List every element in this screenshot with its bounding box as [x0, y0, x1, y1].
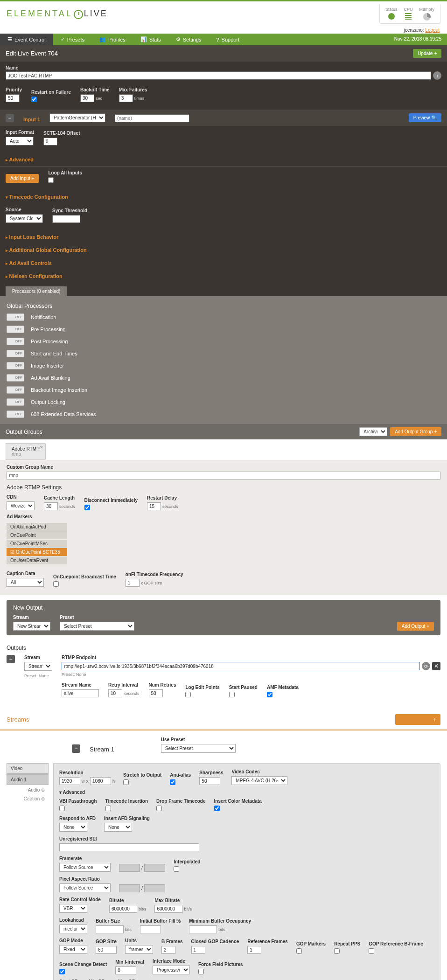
tab-support[interactable]: ? Support — [209, 34, 247, 45]
codec-select[interactable]: MPEG-4 AVC (H.264) — [231, 776, 287, 785]
toggle-off[interactable]: OFF — [7, 362, 24, 369]
rafd-select[interactable]: None — [59, 823, 87, 832]
use-preset-select[interactable]: Select Preset — [161, 744, 236, 753]
ffp-checkbox[interactable] — [198, 969, 204, 974]
add-output-group-button[interactable]: Add Output Group + — [390, 427, 441, 436]
interlace-select[interactable]: Progressive — [153, 966, 190, 974]
cgc-input[interactable] — [191, 946, 205, 954]
aa-checkbox[interactable] — [170, 779, 175, 785]
close-icon[interactable]: ✕ — [40, 445, 43, 450]
num-retries-input[interactable] — [149, 689, 163, 697]
res-h-input[interactable] — [90, 777, 111, 785]
sto-checkbox[interactable] — [123, 779, 129, 785]
framerate-select[interactable]: Follow Source — [59, 863, 111, 872]
newout-stream-select[interactable]: New Stream — [13, 622, 50, 631]
tci-checkbox[interactable] — [105, 806, 111, 811]
tab-audio1[interactable]: Audio 1 — [7, 774, 49, 785]
rpps-checkbox[interactable] — [334, 948, 340, 954]
preview-button[interactable]: Preview 🔍 — [409, 113, 441, 122]
name-input[interactable] — [6, 71, 431, 80]
tab-settings[interactable]: ⚙ Settings — [168, 34, 209, 45]
ad-marker-option[interactable]: OnUserDataEvent — [7, 556, 67, 564]
par-select[interactable]: Follow Source — [59, 883, 111, 892]
ad-avail-header[interactable]: Ad Avail Controls — [0, 257, 447, 270]
caption-data-select[interactable]: All — [7, 578, 44, 587]
newout-preset-select[interactable]: Select Preset — [60, 622, 134, 631]
vbi-checkbox[interactable] — [59, 806, 65, 811]
tc-source-select[interactable]: System Clock — [6, 214, 43, 223]
icm-checkbox[interactable] — [214, 806, 220, 811]
fr-num-input[interactable] — [119, 864, 140, 872]
restart-delay-input[interactable] — [147, 502, 161, 510]
add-stream-button[interactable]: Add Stream + — [395, 714, 440, 725]
refresh-icon[interactable]: ⟳ — [422, 662, 430, 670]
add-input-button[interactable]: Add Input + — [6, 174, 39, 183]
toggle-off[interactable]: OFF — [7, 350, 24, 357]
bframes-input[interactable] — [161, 946, 175, 954]
amf-checkbox[interactable] — [267, 692, 272, 697]
cache-input[interactable] — [44, 502, 58, 510]
output-stream-select[interactable]: Stream 1 — [24, 662, 52, 671]
collapse-input-icon[interactable]: − — [6, 114, 14, 122]
toggle-off[interactable]: OFF — [7, 410, 24, 418]
input-format-select[interactable]: Auto — [6, 137, 34, 146]
units-select[interactable]: frames — [125, 945, 153, 954]
mii-input[interactable] — [115, 966, 136, 974]
disconnect-checkbox[interactable] — [84, 505, 90, 510]
toggle-off[interactable]: OFF — [7, 326, 24, 333]
input-name-field[interactable] — [115, 114, 189, 122]
add-audio[interactable]: Audio ⊕ — [7, 785, 49, 794]
gopmode-select[interactable]: Fixed — [59, 945, 87, 954]
interp-checkbox[interactable] — [174, 866, 179, 872]
ocbt-checkbox[interactable] — [53, 581, 59, 587]
retry-interval-input[interactable] — [108, 689, 122, 697]
add-caption[interactable]: Caption ⊕ — [7, 794, 49, 803]
lookahead-select[interactable]: medium — [59, 924, 87, 933]
toggle-off[interactable]: OFF — [7, 386, 24, 394]
mbo-input[interactable] — [189, 925, 217, 933]
ad-marker-option[interactable]: OnCuePoint — [7, 531, 67, 539]
ibf-input[interactable] — [140, 925, 161, 933]
bitrate-input[interactable] — [109, 905, 137, 913]
ad-marker-option[interactable]: OnCuePointMSec — [7, 540, 67, 548]
onfi-input[interactable] — [126, 579, 140, 587]
stream-name-input[interactable] — [62, 689, 99, 697]
tab-video[interactable]: Video — [7, 763, 49, 774]
nielsen-header[interactable]: Nielsen Configuration — [0, 270, 447, 283]
tab-stats[interactable]: 📊 Stats — [133, 34, 168, 45]
maxfail-input[interactable] — [119, 94, 133, 102]
loop-checkbox[interactable] — [48, 177, 54, 183]
toggle-off[interactable]: OFF — [7, 313, 24, 321]
rtmp-endpoint-input[interactable] — [62, 662, 420, 670]
scd-checkbox[interactable] — [59, 969, 65, 974]
maxbitrate-input[interactable] — [154, 905, 182, 913]
delete-icon[interactable]: ✕ — [432, 662, 440, 670]
gopsize-input[interactable] — [96, 946, 117, 954]
par-den-input[interactable] — [144, 884, 165, 892]
collapse-output-icon[interactable]: − — [7, 655, 15, 663]
toggle-off[interactable]: OFF — [7, 374, 24, 382]
advanced-video-toggle[interactable]: Advanced — [59, 790, 434, 795]
tab-event-control[interactable]: ☰ Event Control — [0, 34, 53, 45]
sp-checkbox[interactable] — [229, 692, 235, 697]
advanced-toggle[interactable]: Advanced — [0, 153, 447, 166]
rcm-select[interactable]: VBR — [59, 904, 87, 913]
timecode-config-header[interactable]: Timecode Configuration — [0, 190, 447, 203]
sharp-input[interactable] — [199, 777, 220, 785]
dft-checkbox[interactable] — [156, 806, 162, 811]
restart-checkbox[interactable] — [31, 97, 37, 102]
processors-tab[interactable]: Processors (0 enabled) — [6, 286, 67, 296]
gopmarkers-checkbox[interactable] — [296, 948, 302, 954]
usei-input[interactable] — [59, 843, 199, 851]
scte-input[interactable] — [43, 138, 57, 146]
lep-checkbox[interactable] — [185, 692, 191, 697]
refframes-input[interactable] — [247, 946, 261, 954]
tab-presets[interactable]: ✓ Presets — [53, 34, 92, 45]
ad-marker-option[interactable]: OnAkamaiAdPod — [7, 523, 67, 531]
input-source-select[interactable]: PatternGenerator (HD-S — [49, 113, 105, 122]
add-output-button[interactable]: Add Output + — [397, 622, 434, 631]
tab-profiles[interactable]: 👥 Profiles — [92, 34, 133, 45]
par-num-input[interactable] — [119, 884, 140, 892]
collapse-stream-icon[interactable]: − — [72, 744, 80, 753]
toggle-off[interactable]: OFF — [7, 398, 24, 406]
